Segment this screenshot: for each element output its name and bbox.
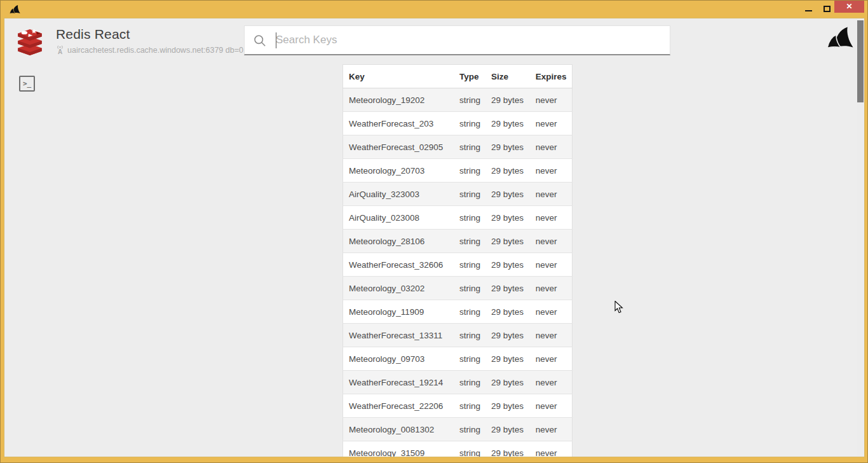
- search-box: [244, 25, 670, 55]
- maximize-icon: [824, 6, 831, 12]
- cell-size: 29 bytes: [485, 347, 530, 371]
- cell-key: WeatherForecast_13311: [343, 324, 454, 347]
- cell-size: 29 bytes: [485, 371, 530, 394]
- cell-key: Meteorology_31509: [343, 441, 454, 457]
- cell-type: string: [454, 88, 485, 112]
- scrollbar-thumb[interactable]: [857, 20, 864, 102]
- minimize-icon: [805, 10, 812, 11]
- cell-key: Meteorology_19202: [343, 88, 454, 112]
- cell-expires: never: [530, 206, 573, 230]
- cell-key: Meteorology_20703: [343, 159, 454, 183]
- cell-type: string: [454, 112, 485, 135]
- cell-key: Meteorology_28106: [343, 230, 454, 253]
- table-row[interactable]: Meteorology_03202string29 bytesnever: [343, 277, 573, 300]
- cell-key: Meteorology_11909: [343, 300, 454, 324]
- cell-size: 29 bytes: [485, 277, 530, 300]
- table-row[interactable]: WeatherForecast_22206string29 bytesnever: [343, 394, 573, 418]
- cell-type: string: [454, 371, 485, 394]
- table-row[interactable]: WeatherForecast_02905string29 bytesnever: [343, 135, 573, 159]
- cell-type: string: [454, 253, 485, 277]
- cell-type: string: [454, 277, 485, 300]
- cell-type: string: [454, 418, 485, 441]
- cell-type: string: [454, 347, 485, 371]
- cell-expires: never: [530, 324, 573, 347]
- cell-expires: never: [530, 371, 573, 394]
- app-content: Redis React A uaircachetest.redis.cache.…: [4, 18, 864, 457]
- table-row[interactable]: Meteorology_28106string29 bytesnever: [343, 230, 573, 253]
- cell-key: Meteorology_03202: [343, 277, 454, 300]
- cell-size: 29 bytes: [485, 112, 530, 135]
- cell-key: WeatherForecast_02905: [343, 135, 454, 159]
- column-header-key: Key: [343, 65, 454, 88]
- cell-expires: never: [530, 88, 573, 112]
- table-body: Meteorology_19202string29 bytesneverWeat…: [343, 88, 573, 457]
- connection-info: A uaircachetest.redis.cache.windows.net:…: [55, 45, 243, 55]
- cell-key: WeatherForecast_203: [343, 112, 454, 135]
- cell-key: WeatherForecast_22206: [343, 394, 454, 418]
- cell-type: string: [454, 441, 485, 457]
- cell-size: 29 bytes: [485, 206, 530, 230]
- table-row[interactable]: WeatherForecast_203string29 bytesnever: [343, 112, 573, 135]
- cell-size: 29 bytes: [485, 253, 530, 277]
- cell-expires: never: [530, 112, 573, 135]
- close-button[interactable]: ✕: [834, 0, 864, 13]
- cell-size: 29 bytes: [485, 394, 530, 418]
- cell-key: Meteorology_09703: [343, 347, 454, 371]
- swallow-icon: [825, 26, 854, 48]
- search-input[interactable]: [276, 27, 663, 53]
- vertical-scrollbar[interactable]: [857, 19, 864, 456]
- svg-text:A: A: [58, 48, 62, 55]
- maximize-button[interactable]: [818, 0, 835, 17]
- column-header-expires: Expires: [530, 65, 573, 88]
- table-row[interactable]: Meteorology_11909string29 bytesnever: [343, 300, 573, 324]
- app-title: Redis React: [56, 27, 130, 42]
- table-row[interactable]: WeatherForecast_13311string29 bytesnever: [343, 324, 573, 347]
- cell-expires: never: [530, 277, 573, 300]
- cell-size: 29 bytes: [485, 441, 530, 457]
- cell-key: WeatherForecast_19214: [343, 371, 454, 394]
- terminal-button[interactable]: >_: [19, 76, 35, 92]
- cell-type: string: [454, 230, 485, 253]
- titlebar: ✕: [0, 0, 868, 18]
- table-row[interactable]: WeatherForecast_19214string29 bytesnever: [343, 371, 573, 394]
- cell-key: AirQuality_323003: [343, 183, 454, 206]
- cell-type: string: [454, 135, 485, 159]
- minimize-button[interactable]: [799, 0, 818, 17]
- cell-expires: never: [530, 300, 573, 324]
- cell-key: Meteorology_0081302: [343, 418, 454, 441]
- table-row[interactable]: Meteorology_0081302string29 bytesnever: [343, 418, 573, 441]
- table-row[interactable]: AirQuality_023008string29 bytesnever: [343, 206, 573, 230]
- keys-table: Key Type Size Expires Meteorology_19202s…: [342, 64, 573, 457]
- table-row[interactable]: Meteorology_31509string29 bytesnever: [343, 441, 573, 457]
- column-header-type: Type: [454, 65, 485, 88]
- redis-logo-icon: [15, 28, 44, 60]
- table-header-row: Key Type Size Expires: [343, 65, 573, 88]
- cell-size: 29 bytes: [485, 324, 530, 347]
- cell-size: 29 bytes: [485, 135, 530, 159]
- table-row[interactable]: Meteorology_20703string29 bytesnever: [343, 159, 573, 183]
- table-row[interactable]: WeatherForecast_32606string29 bytesnever: [343, 253, 573, 277]
- connection-string: uaircachetest.redis.cache.windows.net:63…: [67, 46, 243, 55]
- mouse-cursor-icon: [614, 301, 623, 314]
- table-row[interactable]: Meteorology_09703string29 bytesnever: [343, 347, 573, 371]
- cell-key: WeatherForecast_32606: [343, 253, 454, 277]
- broadcast-a-icon: A: [55, 45, 65, 55]
- text-caret: [276, 32, 276, 48]
- cell-expires: never: [530, 347, 573, 371]
- app-swallow-icon: [9, 4, 20, 14]
- table-row[interactable]: Meteorology_19202string29 bytesnever: [343, 88, 573, 112]
- cell-size: 29 bytes: [485, 300, 530, 324]
- cell-type: string: [454, 183, 485, 206]
- cell-expires: never: [530, 183, 573, 206]
- cell-expires: never: [530, 135, 573, 159]
- table-row[interactable]: AirQuality_323003string29 bytesnever: [343, 183, 573, 206]
- cell-expires: never: [530, 253, 573, 277]
- cell-expires: never: [530, 230, 573, 253]
- cell-size: 29 bytes: [485, 230, 530, 253]
- cell-expires: never: [530, 418, 573, 441]
- cell-key: AirQuality_023008: [343, 206, 454, 230]
- cell-size: 29 bytes: [485, 159, 530, 183]
- cell-type: string: [454, 206, 485, 230]
- column-header-size: Size: [485, 65, 530, 88]
- cell-expires: never: [530, 394, 573, 418]
